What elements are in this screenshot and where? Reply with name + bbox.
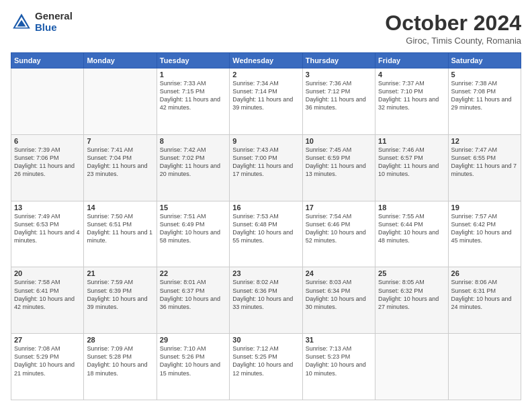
day-info: Sunrise: 7:33 AM Sunset: 7:15 PM Dayligh… xyxy=(160,79,226,112)
day-info: Sunrise: 7:45 AM Sunset: 6:59 PM Dayligh… xyxy=(306,146,372,179)
day-number: 6 xyxy=(14,137,81,145)
calendar-cell: 7Sunrise: 7:41 AM Sunset: 7:04 PM Daylig… xyxy=(84,134,157,201)
col-sunday: Sunday xyxy=(11,53,84,68)
day-number: 28 xyxy=(87,336,153,344)
day-number: 1 xyxy=(160,71,226,79)
day-info: Sunrise: 7:37 AM Sunset: 7:10 PM Dayligh… xyxy=(378,79,445,112)
calendar-cell: 15Sunrise: 7:51 AM Sunset: 6:49 PM Dayli… xyxy=(157,201,229,267)
day-number: 19 xyxy=(451,203,518,212)
day-info: Sunrise: 7:36 AM Sunset: 7:12 PM Dayligh… xyxy=(306,79,372,112)
day-info: Sunrise: 7:10 AM Sunset: 5:26 PM Dayligh… xyxy=(160,345,226,377)
day-number: 31 xyxy=(306,336,372,344)
calendar-week-row: 13Sunrise: 7:49 AM Sunset: 6:53 PM Dayli… xyxy=(11,201,521,267)
day-number: 5 xyxy=(451,71,518,79)
calendar-cell: 11Sunrise: 7:46 AM Sunset: 6:57 PM Dayli… xyxy=(375,134,448,201)
day-number: 27 xyxy=(14,336,81,344)
day-number: 11 xyxy=(378,137,445,145)
page: General Blue October 2024 Giroc, Timis C… xyxy=(0,0,532,411)
calendar-cell: 16Sunrise: 7:53 AM Sunset: 6:48 PM Dayli… xyxy=(230,201,302,267)
day-number: 21 xyxy=(87,269,153,277)
day-number: 22 xyxy=(160,269,226,277)
day-info: Sunrise: 8:01 AM Sunset: 6:37 PM Dayligh… xyxy=(160,278,226,311)
col-thursday: Thursday xyxy=(302,53,375,68)
day-info: Sunrise: 7:47 AM Sunset: 6:55 PM Dayligh… xyxy=(451,146,518,179)
day-number: 13 xyxy=(14,203,81,212)
calendar-cell: 28Sunrise: 7:09 AM Sunset: 5:28 PM Dayli… xyxy=(84,334,157,400)
day-number: 4 xyxy=(378,71,445,79)
calendar-cell: 24Sunrise: 8:03 AM Sunset: 6:34 PM Dayli… xyxy=(302,267,375,334)
calendar-cell: 21Sunrise: 7:59 AM Sunset: 6:39 PM Dayli… xyxy=(84,267,157,334)
logo-text: General Blue xyxy=(35,11,73,33)
calendar-cell: 17Sunrise: 7:54 AM Sunset: 6:46 PM Dayli… xyxy=(302,201,375,267)
day-number: 20 xyxy=(14,269,81,277)
calendar-cell: 23Sunrise: 8:02 AM Sunset: 6:36 PM Dayli… xyxy=(230,267,302,334)
calendar-cell: 18Sunrise: 7:55 AM Sunset: 6:44 PM Dayli… xyxy=(375,201,448,267)
day-number: 12 xyxy=(451,137,518,145)
calendar-header-row: Sunday Monday Tuesday Wednesday Thursday… xyxy=(11,53,521,68)
day-info: Sunrise: 7:39 AM Sunset: 7:06 PM Dayligh… xyxy=(14,146,81,179)
calendar-cell: 13Sunrise: 7:49 AM Sunset: 6:53 PM Dayli… xyxy=(11,201,84,267)
calendar-cell: 31Sunrise: 7:13 AM Sunset: 5:23 PM Dayli… xyxy=(302,334,375,400)
day-number: 14 xyxy=(87,203,153,212)
calendar-cell: 6Sunrise: 7:39 AM Sunset: 7:06 PM Daylig… xyxy=(11,134,84,201)
day-number: 18 xyxy=(378,203,445,212)
calendar-cell xyxy=(448,334,521,400)
day-info: Sunrise: 7:58 AM Sunset: 6:41 PM Dayligh… xyxy=(14,278,81,311)
logo-blue-text: Blue xyxy=(35,22,73,34)
calendar-cell xyxy=(11,68,84,135)
day-number: 10 xyxy=(306,137,372,145)
day-number: 17 xyxy=(306,203,372,212)
calendar-cell: 27Sunrise: 7:08 AM Sunset: 5:29 PM Dayli… xyxy=(11,334,84,400)
header: General Blue October 2024 Giroc, Timis C… xyxy=(11,11,521,46)
day-info: Sunrise: 8:06 AM Sunset: 6:31 PM Dayligh… xyxy=(451,278,518,311)
day-info: Sunrise: 7:55 AM Sunset: 6:44 PM Dayligh… xyxy=(378,212,445,245)
calendar-cell xyxy=(84,68,157,135)
day-info: Sunrise: 7:13 AM Sunset: 5:23 PM Dayligh… xyxy=(306,345,372,377)
day-info: Sunrise: 7:53 AM Sunset: 6:48 PM Dayligh… xyxy=(232,212,299,245)
calendar-cell xyxy=(375,334,448,400)
day-info: Sunrise: 7:57 AM Sunset: 6:42 PM Dayligh… xyxy=(451,212,518,245)
calendar-week-row: 27Sunrise: 7:08 AM Sunset: 5:29 PM Dayli… xyxy=(11,334,521,400)
logo-icon xyxy=(11,11,32,33)
day-info: Sunrise: 7:54 AM Sunset: 6:46 PM Dayligh… xyxy=(306,212,372,245)
day-info: Sunrise: 8:03 AM Sunset: 6:34 PM Dayligh… xyxy=(306,278,372,311)
day-info: Sunrise: 7:42 AM Sunset: 7:02 PM Dayligh… xyxy=(160,146,226,179)
day-info: Sunrise: 7:34 AM Sunset: 7:14 PM Dayligh… xyxy=(232,79,299,112)
day-number: 2 xyxy=(232,71,299,79)
col-saturday: Saturday xyxy=(448,53,521,68)
calendar-cell: 30Sunrise: 7:12 AM Sunset: 5:25 PM Dayli… xyxy=(230,334,302,400)
calendar-cell: 9Sunrise: 7:43 AM Sunset: 7:00 PM Daylig… xyxy=(230,134,302,201)
calendar-cell: 25Sunrise: 8:05 AM Sunset: 6:32 PM Dayli… xyxy=(375,267,448,334)
day-info: Sunrise: 7:43 AM Sunset: 7:00 PM Dayligh… xyxy=(232,146,299,179)
day-info: Sunrise: 7:50 AM Sunset: 6:51 PM Dayligh… xyxy=(87,212,153,245)
day-number: 24 xyxy=(306,269,372,277)
calendar-cell: 2Sunrise: 7:34 AM Sunset: 7:14 PM Daylig… xyxy=(230,68,302,135)
day-number: 30 xyxy=(232,336,299,344)
calendar-cell: 12Sunrise: 7:47 AM Sunset: 6:55 PM Dayli… xyxy=(448,134,521,201)
calendar-cell: 19Sunrise: 7:57 AM Sunset: 6:42 PM Dayli… xyxy=(448,201,521,267)
logo-general-text: General xyxy=(35,11,73,22)
calendar-cell: 14Sunrise: 7:50 AM Sunset: 6:51 PM Dayli… xyxy=(84,201,157,267)
day-number: 3 xyxy=(306,71,372,79)
calendar-cell: 4Sunrise: 7:37 AM Sunset: 7:10 PM Daylig… xyxy=(375,68,448,135)
col-tuesday: Tuesday xyxy=(157,53,229,68)
calendar-cell: 8Sunrise: 7:42 AM Sunset: 7:02 PM Daylig… xyxy=(157,134,229,201)
day-info: Sunrise: 7:49 AM Sunset: 6:53 PM Dayligh… xyxy=(14,212,81,245)
day-info: Sunrise: 7:41 AM Sunset: 7:04 PM Dayligh… xyxy=(87,146,153,179)
day-info: Sunrise: 7:08 AM Sunset: 5:29 PM Dayligh… xyxy=(14,345,81,377)
day-number: 16 xyxy=(232,203,299,212)
day-number: 15 xyxy=(160,203,226,212)
calendar-cell: 3Sunrise: 7:36 AM Sunset: 7:12 PM Daylig… xyxy=(302,68,375,135)
day-info: Sunrise: 7:46 AM Sunset: 6:57 PM Dayligh… xyxy=(378,146,445,179)
day-info: Sunrise: 7:51 AM Sunset: 6:49 PM Dayligh… xyxy=(160,212,226,245)
calendar-cell: 5Sunrise: 7:38 AM Sunset: 7:08 PM Daylig… xyxy=(448,68,521,135)
col-wednesday: Wednesday xyxy=(230,53,302,68)
calendar-week-row: 20Sunrise: 7:58 AM Sunset: 6:41 PM Dayli… xyxy=(11,267,521,334)
day-info: Sunrise: 7:59 AM Sunset: 6:39 PM Dayligh… xyxy=(87,278,153,311)
day-info: Sunrise: 8:05 AM Sunset: 6:32 PM Dayligh… xyxy=(378,278,445,311)
day-number: 26 xyxy=(451,269,518,277)
day-number: 23 xyxy=(232,269,299,277)
day-number: 9 xyxy=(232,137,299,145)
calendar-table: Sunday Monday Tuesday Wednesday Thursday… xyxy=(11,52,521,400)
calendar-cell: 20Sunrise: 7:58 AM Sunset: 6:41 PM Dayli… xyxy=(11,267,84,334)
